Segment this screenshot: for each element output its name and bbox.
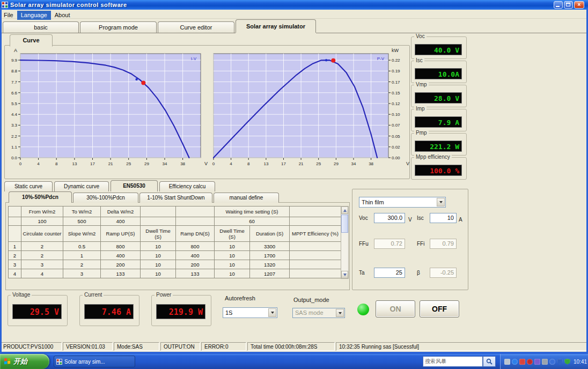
table-cell[interactable] — [290, 269, 341, 278]
table-cell[interactable]: 1207 — [250, 269, 290, 278]
param-input-voc[interactable]: 300.0 — [374, 213, 405, 223]
table-cell[interactable]: 2 — [63, 260, 101, 269]
table-cell[interactable]: 60 — [215, 217, 290, 226]
table-cell[interactable]: 3 — [9, 260, 21, 269]
antivirus-icon[interactable] — [527, 359, 533, 365]
scroll-down-icon[interactable] — [341, 271, 348, 278]
chevron-down-icon[interactable] — [336, 309, 344, 317]
autorefresh-select[interactable]: 1S — [223, 307, 277, 318]
table-cell[interactable]: 400 — [101, 217, 141, 226]
minimize-button[interactable] — [554, 1, 563, 9]
table-cell[interactable]: 400 — [101, 251, 141, 260]
table-cell[interactable]: 133 — [176, 269, 215, 278]
table-cell[interactable]: 1 — [63, 251, 101, 260]
table-cell[interactable]: 200 — [176, 260, 215, 269]
table-cell[interactable] — [176, 217, 215, 226]
table-header-cell: Duration (S) — [250, 226, 290, 242]
table-cell[interactable]: 2 — [9, 251, 21, 260]
table-cell[interactable]: 3 — [21, 260, 63, 269]
table-cell[interactable] — [290, 260, 341, 269]
readout-isc: Isc10.0A — [411, 61, 467, 83]
param-label-isc: Isc — [417, 215, 424, 221]
table-cell[interactable]: 800 — [101, 242, 141, 251]
close-button[interactable]: × — [574, 1, 584, 9]
table-cell[interactable]: 400 — [176, 251, 215, 260]
usb-icon[interactable] — [542, 359, 548, 365]
table-cell[interactable]: 500 — [63, 217, 101, 226]
maximize-button[interactable] — [564, 1, 573, 9]
table-cell[interactable]: 200 — [101, 260, 141, 269]
table-cell[interactable]: 10 — [215, 260, 250, 269]
curve-tab[interactable]: Curve — [10, 34, 53, 47]
table-cell[interactable]: 3300 — [250, 242, 290, 251]
sub-tab-2[interactable]: 30%-100%Pdcn — [73, 193, 138, 203]
chevron-down-icon[interactable] — [268, 308, 276, 317]
table-cell[interactable]: 100 — [21, 217, 63, 226]
scrollbar-thumb[interactable] — [341, 215, 348, 233]
modem-icon[interactable] — [504, 359, 510, 365]
table-cell[interactable]: 10 — [215, 251, 250, 260]
table-cell[interactable]: 10 — [215, 269, 250, 278]
sub-tab-4[interactable]: manual define — [214, 193, 279, 203]
main-tab-1[interactable]: basic — [3, 21, 79, 33]
table-cell[interactable]: 10 — [141, 251, 176, 260]
section-tab-2[interactable]: Dynamic curve — [54, 181, 109, 191]
main-tab-2[interactable]: Program mode — [80, 21, 157, 33]
svg-text:0.12: 0.12 — [392, 101, 400, 106]
main-tab-4[interactable]: Solar array simulator — [236, 19, 316, 33]
param-input-β: -0.25 — [430, 268, 457, 278]
section-tab-4[interactable]: Efficiency calcu — [159, 181, 215, 191]
table-cell[interactable] — [290, 251, 341, 260]
svg-text:5.5: 5.5 — [11, 101, 18, 106]
output-mode-select[interactable]: SAS mode — [292, 308, 345, 318]
off-button[interactable]: OFF — [420, 300, 459, 318]
table-cell[interactable]: 2 — [21, 251, 63, 260]
table-cell[interactable] — [141, 217, 176, 226]
table-cell[interactable] — [9, 217, 21, 226]
table-cell[interactable]: 1700 — [250, 251, 290, 260]
table-cell[interactable]: 2 — [21, 242, 63, 251]
search-input[interactable] — [423, 356, 483, 367]
sub-tab-1[interactable]: 10%-50%Pdcn — [9, 191, 72, 203]
main-tab-3[interactable]: Curve editor — [158, 21, 234, 33]
table-cell[interactable]: 10 — [141, 260, 176, 269]
table-header-cell: To W/m2 — [63, 206, 101, 217]
table-cell[interactable]: 4 — [9, 269, 21, 278]
svg-text:7.7: 7.7 — [11, 80, 18, 85]
chevron-down-icon[interactable] — [437, 198, 445, 206]
table-cell[interactable] — [290, 242, 341, 251]
table-cell[interactable]: 0.5 — [63, 242, 101, 251]
scroll-up-icon[interactable] — [341, 206, 348, 214]
section-tab-3[interactable]: EN50530 — [111, 180, 158, 191]
section-tab-1[interactable]: Static curve — [4, 181, 53, 191]
sub-tab-3[interactable]: 1-10% Start ShuntDown — [139, 193, 212, 203]
table-cell[interactable]: 10 — [141, 242, 176, 251]
table-cell[interactable]: 133 — [101, 269, 141, 278]
table-cell[interactable]: 10 — [141, 269, 176, 278]
table-cell[interactable]: 10 — [215, 242, 250, 251]
status-segment-4: OUTPUT:ON — [160, 342, 200, 351]
table-cell[interactable]: 1 — [9, 242, 21, 251]
taskbar-item-solar-array[interactable]: Solar array sim... — [54, 356, 135, 367]
table-cell[interactable]: 3 — [63, 269, 101, 278]
start-button[interactable]: 开始 — [0, 354, 49, 369]
shield-green-icon[interactable] — [564, 359, 570, 365]
table-scrollbar[interactable] — [341, 206, 349, 279]
im-icon[interactable] — [534, 359, 540, 365]
table-cell[interactable]: 4 — [21, 269, 63, 278]
table-cell[interactable] — [290, 217, 341, 226]
network-icon[interactable] — [549, 359, 555, 365]
table-cell[interactable]: 1320 — [250, 260, 290, 269]
security-alert-icon[interactable] — [519, 359, 525, 365]
pv-technology-select[interactable]: Thin film — [359, 197, 446, 208]
table-cell[interactable]: 800 — [176, 242, 215, 251]
volume-icon[interactable] — [512, 359, 518, 365]
param-input-ta[interactable]: 25 — [374, 268, 405, 278]
readout-value: 100.0 % — [415, 165, 462, 176]
on-button[interactable]: ON — [376, 300, 415, 318]
param-input-isc[interactable]: 10 — [430, 213, 457, 223]
shield-blue-icon[interactable] — [557, 359, 563, 365]
table-header-cell: Waiting time setting (S) — [215, 206, 290, 217]
svg-text:6.6: 6.6 — [11, 91, 18, 95]
search-button[interactable] — [483, 356, 496, 367]
